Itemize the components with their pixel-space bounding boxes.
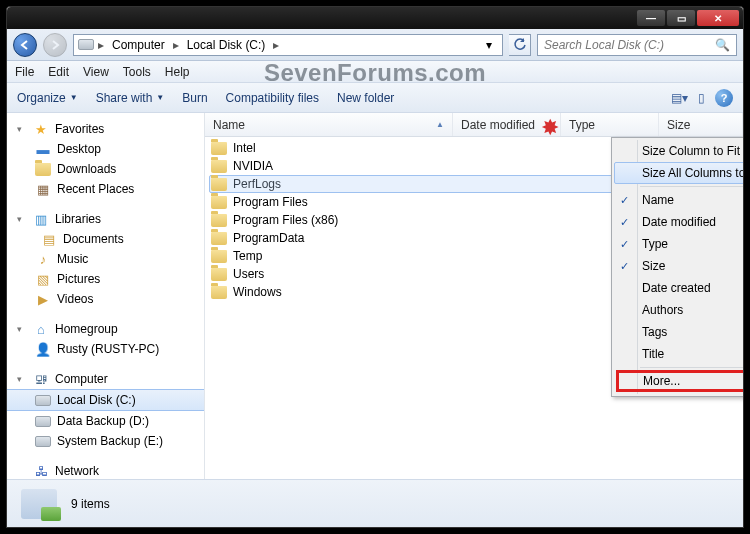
folder-icon <box>211 158 227 174</box>
sidebar-computer[interactable]: ▾🖳Computer <box>7 369 204 389</box>
ctx-col-size[interactable]: ✓Size <box>614 255 743 277</box>
close-button[interactable]: ✕ <box>697 10 739 26</box>
sidebar-favorites[interactable]: ▾★Favorites <box>7 119 204 139</box>
sidebar-item-user[interactable]: 👤Rusty (RUSTY-PC) <box>7 339 204 359</box>
sidebar-item-drive-e[interactable]: System Backup (E:) <box>7 431 204 451</box>
sidebar-item-desktop[interactable]: ▬Desktop <box>7 139 204 159</box>
file-name: Intel <box>231 141 459 155</box>
menu-view[interactable]: View <box>83 65 109 79</box>
chevron-right-icon: ▸ <box>273 38 279 52</box>
sidebar-libraries[interactable]: ▾▥Libraries <box>7 209 204 229</box>
view-mode-button[interactable]: ▤▾ <box>671 91 688 105</box>
burn-button[interactable]: Burn <box>182 91 207 105</box>
ctx-col-authors[interactable]: Authors <box>614 299 743 321</box>
newfolder-button[interactable]: New folder <box>337 91 394 105</box>
file-list[interactable]: IntellderNVIDIAlderPerfLogslderProgram F… <box>205 137 743 479</box>
folder-icon <box>211 266 227 282</box>
sidebar-homegroup[interactable]: ▾⌂Homegroup <box>7 319 204 339</box>
refresh-button[interactable] <box>509 34 531 56</box>
maximize-button[interactable]: ▭ <box>667 10 695 26</box>
drive-icon <box>35 413 51 429</box>
column-name[interactable]: Name▲ <box>205 113 453 136</box>
search-input[interactable]: Search Local Disk (C:) 🔍 <box>537 34 737 56</box>
user-icon: 👤 <box>35 341 51 357</box>
ctx-col-type[interactable]: ✓Type <box>614 233 743 255</box>
sidebar-item-localdisk-c[interactable]: Local Disk (C:) <box>7 389 204 411</box>
help-button[interactable]: ? <box>715 89 733 107</box>
sidebar-item-recent[interactable]: ▦Recent Places <box>7 179 204 199</box>
file-pane: Name▲ Date modified Type Size ✸ Intellde… <box>205 113 743 479</box>
menubar: File Edit View Tools Help SevenForums.co… <box>7 61 743 83</box>
menu-tools[interactable]: Tools <box>123 65 151 79</box>
drive-icon <box>35 392 51 408</box>
sidebar-item-downloads[interactable]: Downloads <box>7 159 204 179</box>
sidebar-item-documents[interactable]: ▸▤Documents <box>7 229 204 249</box>
breadcrumb-drive[interactable]: Local Disk (C:) <box>183 36 270 54</box>
titlebar: — ▭ ✕ <box>7 7 743 29</box>
column-header: Name▲ Date modified Type Size <box>205 113 743 137</box>
file-name: PerfLogs <box>231 177 459 191</box>
music-icon: ♪ <box>35 251 51 267</box>
ctx-size-all-columns[interactable]: Size All Columns to Fit <box>614 162 743 184</box>
compat-button[interactable]: Compatibility files <box>226 91 319 105</box>
ctx-col-date-created[interactable]: Date created <box>614 277 743 299</box>
folder-icon <box>211 212 227 228</box>
navbar: ▸ Computer ▸ Local Disk (C:) ▸ ▾ Search … <box>7 29 743 61</box>
forward-button[interactable] <box>43 33 67 57</box>
explorer-window: — ▭ ✕ ▸ Computer ▸ Local Disk (C:) ▸ ▾ S… <box>6 6 744 528</box>
file-name: Program Files (x86) <box>231 213 459 227</box>
menu-separator <box>640 186 743 187</box>
pictures-icon: ▧ <box>35 271 51 287</box>
back-button[interactable] <box>13 33 37 57</box>
folder-icon <box>211 194 227 210</box>
menu-edit[interactable]: Edit <box>48 65 69 79</box>
breadcrumb-computer[interactable]: Computer <box>108 36 169 54</box>
column-type[interactable]: Type <box>561 113 659 136</box>
file-name: Users <box>231 267 459 281</box>
sidebar-item-drive-d[interactable]: Data Backup (D:) <box>7 411 204 431</box>
minimize-button[interactable]: — <box>637 10 665 26</box>
drive-large-icon <box>21 489 57 519</box>
organize-button[interactable]: Organize▼ <box>17 91 78 105</box>
recent-icon: ▦ <box>35 181 51 197</box>
item-count: 9 items <box>71 497 110 511</box>
address-dropdown-icon[interactable]: ▾ <box>480 38 498 52</box>
sidebar-item-pictures[interactable]: ▧Pictures <box>7 269 204 289</box>
ctx-col-title[interactable]: Title <box>614 343 743 365</box>
star-icon: ★ <box>33 121 49 137</box>
folder-icon <box>211 230 227 246</box>
chevron-right-icon: ▸ <box>173 38 179 52</box>
check-icon: ✓ <box>620 216 629 229</box>
file-name: Windows <box>231 285 459 299</box>
menu-help[interactable]: Help <box>165 65 190 79</box>
network-icon: 🖧 <box>33 463 49 479</box>
sidebar-network[interactable]: ▸🖧Network <box>7 461 204 479</box>
file-name: NVIDIA <box>231 159 459 173</box>
address-bar[interactable]: ▸ Computer ▸ Local Disk (C:) ▸ ▾ <box>73 34 503 56</box>
ctx-more[interactable]: More... <box>616 370 743 392</box>
menu-separator <box>640 367 743 368</box>
chevron-down-icon: ▼ <box>70 93 78 102</box>
preview-pane-button[interactable]: ▯ <box>698 91 705 105</box>
status-bar: 9 items <box>7 479 743 527</box>
videos-icon: ▶ <box>35 291 51 307</box>
sort-indicator-icon: ▲ <box>436 120 444 129</box>
libraries-icon: ▥ <box>33 211 49 227</box>
ctx-col-date-modified[interactable]: ✓Date modified <box>614 211 743 233</box>
column-size[interactable]: Size <box>659 113 743 136</box>
sidebar-item-music[interactable]: ♪Music <box>7 249 204 269</box>
check-icon: ✓ <box>620 194 629 207</box>
menu-file[interactable]: File <box>15 65 34 79</box>
ctx-col-name[interactable]: ✓Name <box>614 189 743 211</box>
homegroup-icon: ⌂ <box>33 321 49 337</box>
file-name: ProgramData <box>231 231 459 245</box>
desktop-icon: ▬ <box>35 141 51 157</box>
search-icon: 🔍 <box>715 38 730 52</box>
nav-pane: ▾★Favorites ▬Desktop Downloads ▦Recent P… <box>7 113 205 479</box>
sidebar-item-videos[interactable]: ▶Videos <box>7 289 204 309</box>
ctx-size-column[interactable]: Size Column to Fit <box>614 140 743 162</box>
share-button[interactable]: Share with▼ <box>96 91 165 105</box>
check-icon: ✓ <box>620 260 629 273</box>
ctx-col-tags[interactable]: Tags <box>614 321 743 343</box>
folder-icon <box>211 248 227 264</box>
